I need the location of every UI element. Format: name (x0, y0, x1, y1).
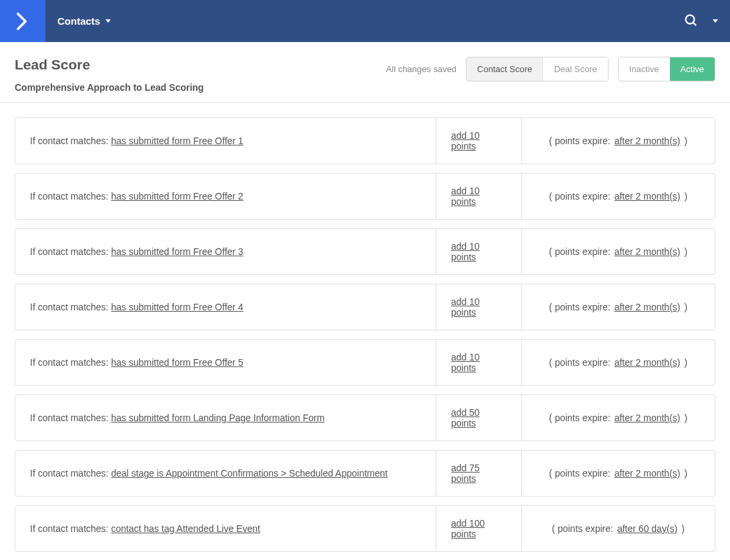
tab-inactive[interactable]: Inactive (619, 57, 670, 81)
rule-expire[interactable]: after 2 month(s) (615, 135, 681, 146)
search-button[interactable] (683, 13, 698, 30)
nav-section-dropdown[interactable]: Contacts (45, 15, 111, 27)
expire-close: ) (684, 246, 687, 257)
rule-prefix: If contact matches: (30, 246, 109, 257)
rule-prefix: If contact matches: (30, 523, 109, 534)
top-nav: Contacts (0, 0, 730, 42)
expire-close: ) (684, 468, 687, 479)
expire-close: ) (684, 191, 687, 202)
tab-contact-score[interactable]: Contact Score (466, 57, 542, 81)
expire-open: ( points expire: (549, 357, 611, 368)
user-menu-chevron-icon[interactable] (713, 19, 718, 23)
rule-action[interactable]: add 75 points (451, 463, 506, 484)
rule-expire[interactable]: after 2 month(s) (615, 246, 681, 257)
rule-action[interactable]: add 10 points (451, 186, 506, 207)
rule-condition[interactable]: has submitted form Free Offer 2 (111, 191, 244, 202)
rule-prefix: If contact matches: (30, 357, 109, 368)
rule-row: If contact matches:has submitted form Fr… (15, 173, 715, 220)
svg-line-1 (693, 22, 696, 25)
rule-condition[interactable]: contact has tag Attended Live Event (111, 523, 260, 534)
chevron-down-icon (105, 19, 111, 23)
rule-expire[interactable]: after 2 month(s) (615, 412, 681, 423)
expire-close: ) (684, 302, 687, 312)
rule-condition[interactable]: has submitted form Free Offer 1 (111, 135, 244, 146)
rule-row: If contact matches:has submitted form Fr… (15, 228, 715, 275)
rule-action[interactable]: add 50 points (451, 407, 506, 429)
nav-section-label: Contacts (57, 15, 100, 27)
rule-prefix: If contact matches: (30, 468, 109, 479)
tab-deal-score[interactable]: Deal Score (542, 57, 607, 81)
rule-prefix: If contact matches: (30, 135, 109, 146)
rule-prefix: If contact matches: (30, 191, 109, 202)
rule-action[interactable]: add 100 points (451, 518, 506, 539)
rule-expire[interactable]: after 2 month(s) (615, 468, 681, 479)
expire-open: ( points expire: (552, 523, 613, 534)
expire-open: ( points expire: (549, 302, 611, 312)
rule-condition[interactable]: has submitted form Landing Page Informat… (111, 412, 325, 423)
rule-action[interactable]: add 10 points (451, 296, 506, 318)
rule-condition[interactable]: deal stage is Appointment Confirmations … (111, 468, 388, 479)
expire-close: ) (681, 523, 685, 534)
svg-point-0 (686, 15, 695, 23)
rule-prefix: If contact matches: (30, 412, 109, 423)
expire-open: ( points expire: (549, 246, 611, 257)
expire-close: ) (684, 357, 687, 368)
search-icon (683, 13, 698, 27)
rule-action[interactable]: add 10 points (451, 130, 506, 152)
rule-row: If contact matches:has submitted form Fr… (15, 284, 715, 330)
score-type-tabs: Contact Score Deal Score (466, 57, 609, 81)
expire-open: ( points expire: (549, 135, 611, 146)
page-subtitle: Comprehensive Approach to Lead Scoring (15, 82, 204, 93)
expire-close: ) (684, 135, 687, 146)
rule-expire[interactable]: after 2 month(s) (615, 302, 681, 312)
state-tabs: Inactive Active (618, 57, 715, 81)
rule-row: If contact matches:has submitted form Fr… (15, 117, 715, 164)
rule-expire[interactable]: after 2 month(s) (615, 191, 681, 202)
rule-condition[interactable]: has submitted form Free Offer 4 (111, 302, 244, 312)
tab-active[interactable]: Active (670, 57, 715, 81)
rule-expire[interactable]: after 60 day(s) (617, 523, 677, 534)
expire-open: ( points expire: (549, 468, 611, 479)
rules-list: If contact matches:has submitted form Fr… (0, 103, 730, 560)
rule-row: If contact matches:has submitted form Fr… (15, 339, 715, 386)
expire-open: ( points expire: (549, 412, 611, 423)
rule-row: If contact matches:has submitted form La… (15, 394, 715, 441)
expire-close: ) (684, 412, 687, 423)
page-title: Lead Score (15, 57, 204, 73)
rule-row: If contact matches:deal stage is Appoint… (15, 450, 715, 497)
rule-action[interactable]: add 10 points (451, 241, 506, 262)
rule-condition[interactable]: has submitted form Free Offer 3 (111, 246, 244, 257)
rule-action[interactable]: add 10 points (451, 352, 506, 373)
rule-condition[interactable]: has submitted form Free Offer 5 (111, 357, 244, 368)
logo-chevron-icon (11, 10, 34, 33)
app-logo[interactable] (0, 0, 45, 42)
rule-expire[interactable]: after 2 month(s) (615, 357, 681, 368)
rule-row: If contact matches:contact has tag Atten… (15, 505, 715, 552)
save-status: All changes saved (386, 64, 457, 74)
rule-prefix: If contact matches: (30, 302, 109, 312)
expire-open: ( points expire: (549, 191, 611, 202)
